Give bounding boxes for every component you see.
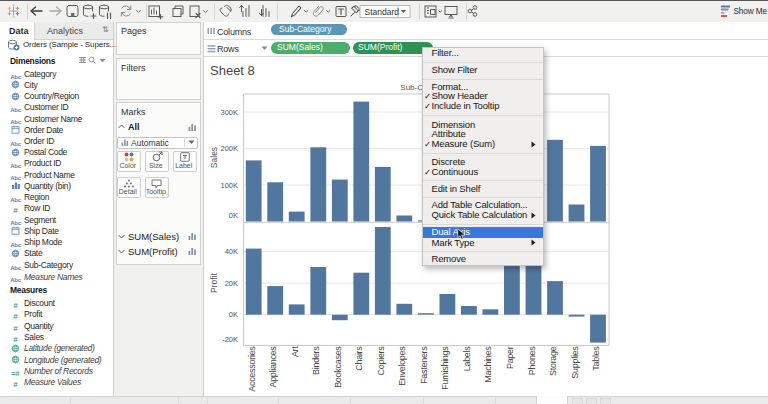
svg-text:40K: 40K: [225, 247, 238, 256]
svg-text:Machines: Machines: [483, 346, 493, 383]
svg-text:Furnishings: Furnishings: [440, 346, 450, 390]
svg-text:Labels: Labels: [462, 346, 472, 372]
svg-text:Sales: Sales: [209, 147, 219, 168]
svg-text:Appliances: Appliances: [268, 346, 278, 388]
svg-text:0K: 0K: [229, 211, 238, 220]
svg-text:Chairs: Chairs: [354, 346, 364, 371]
svg-text:Standard: Standard: [365, 7, 400, 17]
svg-text:-20K: -20K: [222, 335, 238, 344]
svg-text:Envelopes: Envelopes: [397, 346, 407, 386]
svg-text:100K: 100K: [220, 181, 238, 190]
svg-text:Supplies: Supplies: [570, 346, 580, 379]
svg-text:300K: 300K: [220, 108, 238, 117]
svg-text:Profit: Profit: [209, 272, 219, 292]
svg-text:Bookcases: Bookcases: [333, 346, 343, 388]
svg-text:200K: 200K: [220, 144, 238, 153]
svg-text:Show Me: Show Me: [734, 7, 768, 16]
svg-text:Copiers: Copiers: [376, 346, 386, 376]
svg-text:Tables: Tables: [591, 346, 601, 371]
svg-text:Paper: Paper: [505, 346, 515, 369]
svg-text:0K: 0K: [229, 310, 238, 319]
svg-text:Art: Art: [290, 346, 300, 357]
svg-text:Storage: Storage: [548, 346, 558, 376]
svg-text:Phones: Phones: [527, 346, 537, 376]
svg-text:Binders: Binders: [311, 346, 321, 375]
svg-text:20K: 20K: [225, 279, 238, 288]
svg-text:Fasteners: Fasteners: [419, 346, 429, 384]
svg-text:Accessories: Accessories: [247, 346, 257, 392]
